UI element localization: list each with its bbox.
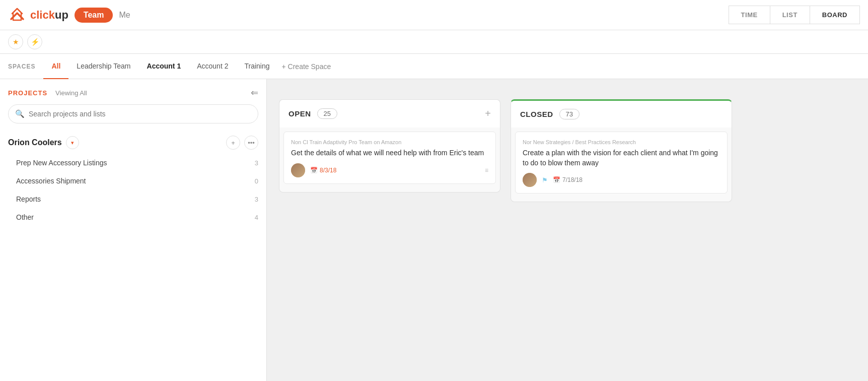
board-tab[interactable]: BOARD [810,6,859,24]
task-card[interactable]: Non Cl Train Adaptivity Pro Team on Amaz… [283,132,496,184]
list-item[interactable]: Other 4 [0,208,266,226]
app-header: clickup Team Me TIME LIST BOARD [0,0,868,30]
task-context: Nor New Strategies / Best Practices Rese… [523,139,720,145]
list-item-name: Accessories Shipment [16,177,255,185]
space-training[interactable]: Training [236,54,277,79]
star-icon: ★ [13,38,19,46]
closed-count-badge: 73 [559,109,580,119]
project-actions: + ••• [226,136,258,150]
sidebar: PROJECTS Viewing All ⇐ 🔍 Orion Coolers ▾… [0,79,267,381]
task-context: Non Cl Train Adaptivity Pro Team on Amaz… [291,139,488,145]
spaces-nav: SPACES All Leadership Team Account 1 Acc… [0,54,868,79]
closed-column-title: CLOSED [520,110,553,118]
projects-label: PROJECTS [8,89,47,97]
avatar [291,163,305,177]
kanban-column-closed: CLOSED 73 Nor New Strategies / Best Prac… [511,99,732,202]
bolt-icon-btn[interactable]: ⚡ [27,34,42,49]
sub-icons-row: ★ ⚡ [0,30,868,54]
chevron-down-icon[interactable]: ▾ [66,136,79,149]
open-count-badge: 25 [317,108,337,119]
calendar-icon: 📅 [310,167,318,174]
collapse-sidebar-btn[interactable]: ⇐ [251,87,258,98]
search-icon: 🔍 [15,109,25,118]
space-all[interactable]: All [43,54,68,79]
time-tab[interactable]: TIME [729,6,770,24]
open-column-title: OPEN [288,109,311,118]
app-name: clickup [30,9,68,22]
lines-icon: ≡ [485,167,488,174]
search-box: 🔍 [8,104,258,123]
calendar-icon: 📅 [553,176,560,183]
list-item-count: 0 [255,177,258,185]
list-item-count: 3 [255,196,258,203]
view-tabs: TIME LIST BOARD [729,6,860,24]
create-space-btn[interactable]: + Create Space [282,62,331,71]
space-leadership[interactable]: Leadership Team [68,54,138,79]
add-task-open-btn[interactable]: + [485,108,491,119]
list-item-name: Prep New Accessory Listings [16,159,255,167]
task-title: Create a plan with the vision for each c… [523,148,720,168]
task-date: 📅 7/18/18 [553,176,583,183]
list-item-count: 3 [255,159,258,167]
project-group-header: Orion Coolers ▾ + ••• [0,132,266,154]
list-item[interactable]: Prep New Accessory Listings 3 [0,154,266,172]
list-tab[interactable]: LIST [770,6,810,24]
flag-icon: ⚑ [542,176,548,184]
add-list-btn[interactable]: + [226,136,240,150]
task-card[interactable]: Nor New Strategies / Best Practices Rese… [515,132,728,194]
space-account2[interactable]: Account 2 [189,54,236,79]
search-input[interactable] [8,104,258,123]
space-account1[interactable]: Account 1 [139,54,189,79]
task-title: Get the details of what we will need hel… [291,148,488,158]
list-item-count: 4 [255,214,258,221]
task-footer: ⚑ 📅 7/18/18 [523,173,720,187]
kanban-board: OPEN 25 + Non Cl Train Adaptivity Pro Te… [267,79,868,381]
spaces-label: SPACES [8,63,35,70]
project-group-name: Orion Coolers [8,138,62,147]
open-column-body: Non Cl Train Adaptivity Pro Team on Amaz… [279,128,500,193]
me-label[interactable]: Me [119,11,130,20]
list-item-name: Other [16,213,255,221]
avatar [523,173,537,187]
bolt-icon: ⚡ [31,38,39,46]
task-date: 📅 8/3/18 [310,167,336,174]
team-badge[interactable]: Team [75,8,113,23]
kanban-column-open: OPEN 25 + Non Cl Train Adaptivity Pro Te… [279,99,500,193]
clickup-logo-icon [8,6,26,24]
list-item[interactable]: Accessories Shipment 0 [0,172,266,190]
list-item[interactable]: Reports 3 [0,190,266,208]
sidebar-header: PROJECTS Viewing All ⇐ [0,87,266,104]
logo-area: clickup [8,6,68,24]
closed-column-header: CLOSED 73 [511,99,732,128]
task-footer: 📅 8/3/18 ≡ [291,163,488,177]
list-item-name: Reports [16,195,255,203]
main-layout: PROJECTS Viewing All ⇐ 🔍 Orion Coolers ▾… [0,79,868,381]
more-options-btn[interactable]: ••• [244,136,258,150]
star-icon-btn[interactable]: ★ [8,34,23,49]
closed-column-body: Nor New Strategies / Best Practices Rese… [511,128,732,202]
viewing-all-label: Viewing All [55,89,87,97]
open-column-header: OPEN 25 + [279,99,500,128]
